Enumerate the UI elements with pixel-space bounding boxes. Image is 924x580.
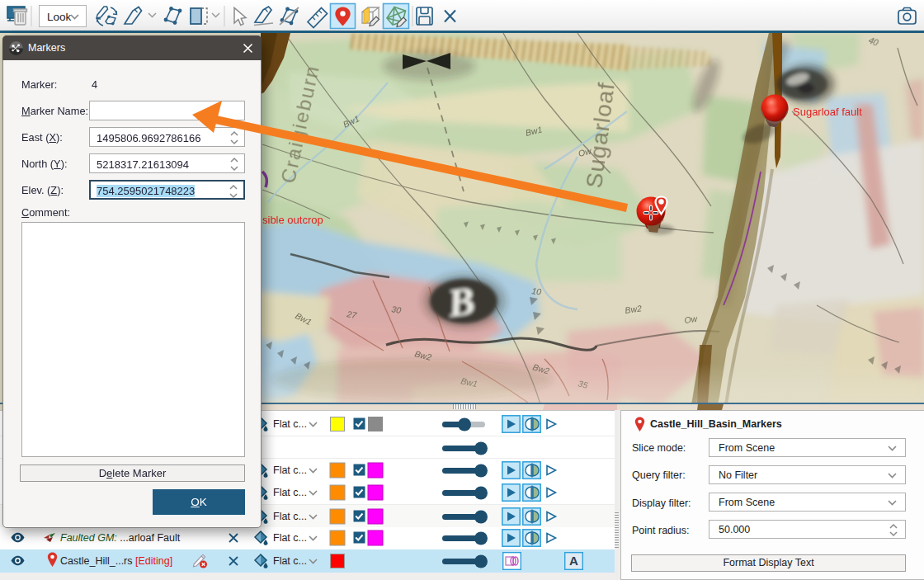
svg-text:Sugarloaf fault: Sugarloaf fault [793,106,862,118]
svg-text:A: A [569,554,578,568]
svg-text:sible outcrop: sible outcrop [262,214,323,226]
svg-text:30: 30 [391,304,403,315]
svg-text:10: 10 [531,285,542,297]
svg-text:Ow: Ow [684,314,700,325]
